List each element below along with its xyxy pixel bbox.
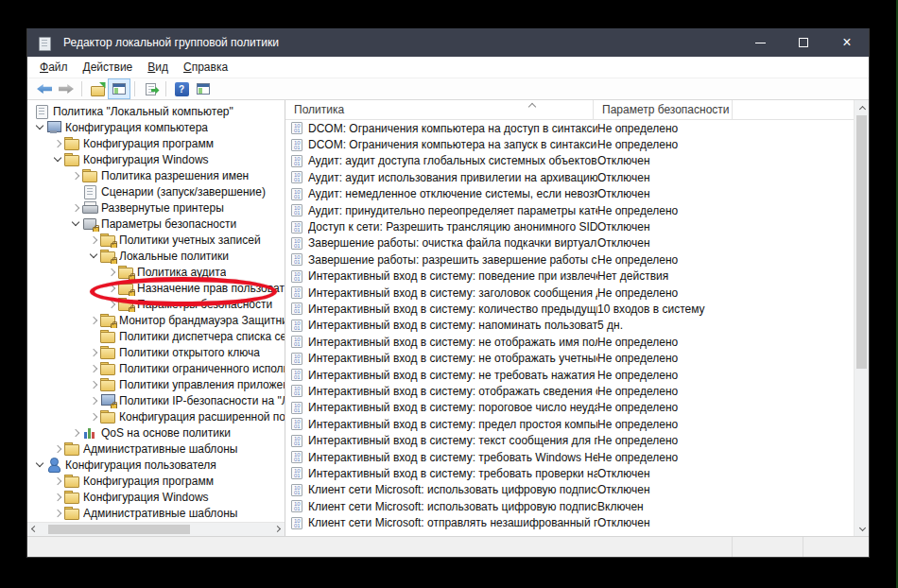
chevron-right-icon[interactable]	[51, 475, 63, 487]
maximize-button[interactable]	[782, 28, 825, 57]
chevron-right-icon[interactable]	[69, 426, 81, 439]
policy-row[interactable]: Завершение работы: разрешить завершение …	[285, 251, 854, 268]
tree-item[interactable]: Конфигурация Windows	[27, 151, 285, 167]
policy-row[interactable]: DCOM: Ограничения компьютера на запуск в…	[285, 136, 854, 152]
tree-item[interactable]: Политики IP-безопасности на "Ло	[27, 392, 285, 408]
tree-item[interactable]: Политика разрешения имен	[27, 167, 285, 183]
export-list-button[interactable]	[140, 79, 161, 98]
menu-help[interactable]: Справка	[176, 58, 235, 77]
policy-row[interactable]: Интерактивный вход в систему: требовать …	[285, 449, 854, 465]
tree-item[interactable]: Конфигурация расширенной пол	[27, 408, 285, 424]
policy-row[interactable]: Аудит: аудит доступа глобальных системны…	[285, 153, 854, 169]
chevron-right-icon[interactable]	[87, 314, 99, 326]
chevron-right-icon[interactable]	[87, 394, 99, 406]
policy-row[interactable]: Интерактивный вход в систему: количество…	[285, 301, 854, 317]
vertical-scrollbar[interactable]	[854, 100, 869, 536]
policy-row[interactable]: Аудит: немедленное отключение системы, е…	[285, 186, 854, 202]
tree-item[interactable]: Конфигурация программ	[27, 135, 285, 151]
policy-row[interactable]: Клиент сети Microsoft: использовать цифр…	[285, 498, 854, 514]
policy-row[interactable]: Аудит: аудит использования привилегии на…	[285, 169, 854, 185]
scroll-left-icon[interactable]	[27, 523, 40, 535]
tree-item[interactable]: Политики учетных записей	[27, 232, 285, 248]
tree-item[interactable]: Развернутые принтеры	[27, 199, 285, 216]
tree-item[interactable]: Административные шаблоны	[27, 441, 285, 457]
tree-item[interactable]: Параметры безопасности	[27, 216, 285, 232]
policy-name: Интерактивный вход в систему: не требова…	[308, 369, 597, 382]
tree-item[interactable]: Политики управления приложени	[27, 376, 285, 392]
policy-row[interactable]: Интерактивный вход в систему: пороговое …	[285, 400, 854, 416]
policy-row[interactable]: Интерактивный вход в систему: отображать…	[285, 383, 854, 399]
policy-row[interactable]: Клиент сети Microsoft: использовать цифр…	[285, 482, 854, 498]
chevron-down-icon[interactable]	[87, 250, 99, 262]
hscroll-thumb[interactable]	[48, 525, 190, 534]
forward-arrow-button[interactable]	[56, 79, 77, 98]
tree-item[interactable]: Политики открытого ключа	[27, 344, 285, 360]
policy-row[interactable]: Клиент сети Microsoft: отправлять незаши…	[285, 514, 854, 530]
scroll-down-icon[interactable]	[855, 523, 868, 535]
menu-file[interactable]: Файл	[32, 58, 76, 77]
chevron-right-icon	[87, 330, 99, 342]
chevron-right-icon[interactable]	[87, 378, 99, 390]
console-root-folder-button[interactable]	[87, 79, 108, 98]
new-window-button[interactable]	[193, 79, 214, 98]
chevron-right-icon[interactable]	[69, 169, 81, 182]
chevron-down-icon[interactable]	[33, 458, 45, 471]
policy-row[interactable]: Доступ к сети: Разрешить трансляцию анон…	[285, 218, 854, 234]
policy-row[interactable]: Интерактивный вход в систему: требовать …	[285, 465, 854, 481]
show-console-tree-button[interactable]	[109, 79, 130, 98]
policy-row[interactable]: Интерактивный вход в систему: не отображ…	[285, 350, 854, 366]
chevron-right-icon[interactable]	[69, 201, 81, 214]
policy-row[interactable]: Интерактивный вход в систему: предел про…	[285, 416, 854, 432]
policy-row[interactable]: Интерактивный вход в систему: напоминать…	[285, 318, 854, 334]
minimize-button[interactable]	[738, 28, 782, 57]
chevron-right-icon[interactable]	[87, 410, 99, 423]
policy-row[interactable]: Аудит: принудительно переопределяет пара…	[285, 202, 854, 218]
scroll-up-icon[interactable]	[855, 101, 868, 113]
column-header-setting[interactable]: Параметр безопасности	[594, 100, 733, 119]
close-button[interactable]: ×	[825, 28, 869, 57]
chevron-down-icon[interactable]	[69, 217, 81, 230]
policy-row[interactable]: Завершение работы: очистка файла подкачк…	[285, 235, 854, 251]
tree-item[interactable]: Локальные политики	[27, 248, 285, 264]
policy-row[interactable]: Интерактивный вход в систему: не требова…	[285, 367, 854, 383]
policy-row[interactable]: Интерактивный вход в систему: не отображ…	[285, 334, 854, 350]
scroll-right-icon[interactable]	[272, 523, 285, 535]
help-button[interactable]	[171, 79, 192, 98]
toolbar-separator	[134, 81, 135, 96]
tree-item[interactable]: Политики ограниченного исполь	[27, 360, 285, 376]
vscroll-thumb[interactable]	[856, 115, 867, 369]
chevron-right-icon[interactable]	[51, 491, 63, 503]
column-header-policy[interactable]: Политика	[285, 100, 594, 119]
chevron-right-icon[interactable]	[51, 137, 63, 149]
policy-setting: Не определено	[597, 434, 854, 447]
tree-item[interactable]: Политики диспетчера списка сете	[27, 328, 285, 344]
tree-item[interactable]: Административные шаблоны	[27, 505, 285, 521]
tree-item[interactable]: Монитор брандмауэра Защитник	[27, 312, 285, 328]
chevron-right-icon[interactable]	[105, 266, 117, 278]
back-arrow-button[interactable]	[34, 79, 55, 98]
horizontal-scrollbar[interactable]	[27, 522, 285, 536]
tree-item[interactable]: Конфигурация Windows	[27, 489, 285, 505]
status-segment	[803, 537, 869, 557]
window-title: Редактор локальной групповой политики	[63, 36, 738, 49]
tree-item[interactable]: Сценарии (запуск/завершение)	[27, 183, 285, 199]
chevron-right-icon[interactable]	[87, 346, 99, 358]
chevron-right-icon[interactable]	[87, 233, 99, 246]
tree-item[interactable]: Конфигурация программ	[27, 473, 285, 489]
chevron-down-icon[interactable]	[51, 153, 63, 165]
tree-item[interactable]: Конфигурация компьютера	[27, 119, 285, 135]
chevron-right-icon[interactable]	[51, 442, 63, 455]
policy-row[interactable]: DCOM: Ограничения компьютера на доступ в…	[285, 120, 854, 136]
menu-view[interactable]: Вид	[140, 58, 176, 77]
policy-name: Интерактивный вход в систему: количество…	[308, 303, 597, 316]
chevron-down-icon[interactable]	[33, 121, 45, 133]
tree-item[interactable]: Политика "Локальный компьютер"	[27, 103, 285, 119]
policy-row[interactable]: Интерактивный вход в систему: заголовок …	[285, 285, 854, 301]
tree-item[interactable]: Конфигурация пользователя	[27, 457, 285, 473]
policy-row[interactable]: Интерактивный вход в систему: текст сооб…	[285, 432, 854, 448]
chevron-right-icon[interactable]	[87, 362, 99, 374]
policy-row[interactable]: Интерактивный вход в систему: поведение …	[285, 268, 854, 285]
tree-item[interactable]: QoS на основе политики	[27, 424, 285, 441]
chevron-right-icon[interactable]	[51, 507, 63, 519]
menu-action[interactable]: Действие	[76, 58, 141, 77]
